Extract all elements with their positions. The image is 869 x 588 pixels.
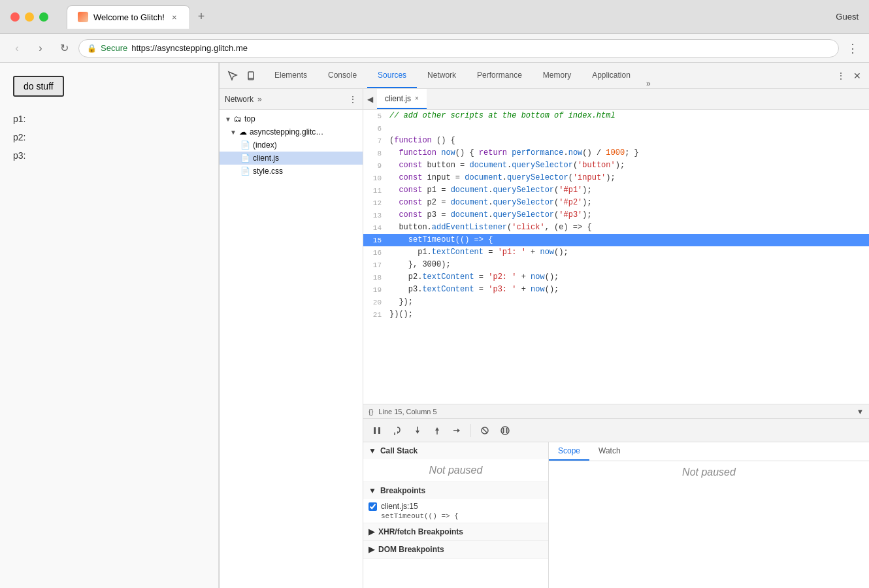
- call-stack-section: ▼ Call Stack Not paused: [363, 442, 548, 482]
- chevron-down-icon: ▼: [225, 116, 231, 123]
- code-line-17: 17 }, 3000);: [363, 259, 869, 271]
- file-tree-item-index[interactable]: 📄 (index): [220, 139, 363, 152]
- code-line-12: 12 const p2 = document.querySelector('#p…: [363, 197, 869, 209]
- tab-elements[interactable]: Elements: [264, 63, 318, 88]
- secure-text: Secure: [101, 43, 127, 53]
- call-stack-arrow: ▼: [369, 446, 376, 455]
- back-button[interactable]: ‹: [8, 39, 26, 57]
- svg-marker-7: [416, 431, 419, 434]
- breakpoint-info: client.js:15 setTimeout(() => {: [381, 502, 459, 520]
- p1-label: p1:: [13, 110, 205, 128]
- code-tab-clientjs[interactable]: client.js ×: [377, 89, 427, 109]
- network-label: Network: [225, 95, 254, 104]
- code-line-11: 11 const p1 = document.querySelector('#p…: [363, 184, 869, 197]
- format-icon[interactable]: {}: [369, 408, 373, 416]
- code-line-8: 8 function now() { return performance.no…: [363, 147, 869, 159]
- left-debugger: ▼ Call Stack Not paused ▼ Breakpoints: [363, 442, 549, 588]
- page-paragraphs: p1: p2: p3:: [13, 110, 205, 165]
- reload-button[interactable]: ↻: [55, 39, 73, 57]
- scope-tab[interactable]: Scope: [549, 442, 589, 461]
- inspect-element-icon[interactable]: [225, 68, 240, 84]
- index-file-label: (index): [253, 140, 277, 150]
- device-toolbar-icon[interactable]: [243, 68, 259, 84]
- file-tree-item-clientjs[interactable]: 📄 client.js: [220, 152, 363, 165]
- tab-network[interactable]: Network: [417, 63, 467, 88]
- forward-button[interactable]: ›: [31, 39, 50, 57]
- step-over-button[interactable]: [388, 423, 406, 438]
- tab-memory[interactable]: Memory: [533, 63, 582, 88]
- file-tree-item-top[interactable]: ▼ 🗂 top: [220, 112, 363, 125]
- code-panel: ◀ client.js × 5 // add other scripts at …: [363, 89, 869, 588]
- do-stuff-button[interactable]: do stuff: [13, 76, 64, 97]
- devtools-menu-icon[interactable]: ⋮: [834, 68, 848, 84]
- watch-tab[interactable]: Watch: [589, 442, 630, 461]
- browser-more-button[interactable]: ⋮: [844, 39, 861, 58]
- chevron-down-icon-2: ▼: [230, 129, 237, 136]
- code-statusbar: {} Line 15, Column 5 ▼: [363, 404, 869, 418]
- more-tabs-button[interactable]: »: [641, 79, 656, 88]
- file-html-icon: 📄: [240, 140, 250, 150]
- svg-rect-2: [374, 427, 376, 434]
- file-panel-header: Network » ⋮: [220, 89, 363, 110]
- tab-application[interactable]: Application: [582, 63, 641, 88]
- file-panel-menu[interactable]: ⋮: [348, 94, 357, 105]
- close-window-button[interactable]: [10, 12, 20, 22]
- browser-tab[interactable]: Welcome to Glitch! ×: [67, 5, 190, 29]
- code-tabs: ◀ client.js ×: [363, 89, 869, 110]
- maximize-window-button[interactable]: [39, 12, 48, 22]
- main-layout: do stuff p1: p2: p3: Elements: [0, 63, 869, 588]
- file-tree-item-stylecss[interactable]: 📄 style.css: [220, 165, 363, 178]
- p3-label: p3:: [13, 146, 205, 165]
- code-editor[interactable]: 5 // add other scripts at the bottom of …: [363, 110, 869, 404]
- code-line-21: 21 })();: [363, 308, 869, 321]
- title-bar: Welcome to Glitch! × + Guest: [0, 0, 869, 34]
- file-css-icon: 📄: [240, 167, 250, 176]
- top-label: top: [244, 114, 255, 123]
- p2-label: p2:: [13, 128, 205, 146]
- breakpoint-item-1: client.js:15 setTimeout(() => {: [363, 499, 548, 523]
- file-tree-item-origin[interactable]: ▼ ☁ asyncstepping.glitc…: [220, 125, 363, 139]
- step-button[interactable]: [448, 423, 465, 438]
- dom-arrow: ▶: [369, 545, 374, 554]
- breakpoint-checkbox[interactable]: [369, 502, 377, 511]
- file-js-icon: 📄: [240, 154, 250, 163]
- step-into-button[interactable]: [409, 423, 426, 438]
- address-input[interactable]: 🔒 Secure https://asyncstepping.glitch.me: [78, 39, 839, 57]
- code-line-7: 7 (function () {: [363, 135, 869, 147]
- breakpoints-header[interactable]: ▼ Breakpoints: [363, 482, 548, 499]
- call-stack-header[interactable]: ▼ Call Stack: [363, 442, 548, 459]
- step-out-button[interactable]: [429, 423, 446, 438]
- svg-marker-9: [435, 427, 439, 431]
- devtools-close-button[interactable]: ✕: [851, 68, 864, 84]
- pause-resume-button[interactable]: [369, 423, 385, 438]
- minimize-window-button[interactable]: [25, 12, 34, 22]
- tab-console[interactable]: Console: [318, 63, 367, 88]
- file-tree: ▼ 🗂 top ▼ ☁ asyncstepping.glitc… 📄 (inde…: [220, 110, 363, 588]
- file-panel: Network » ⋮ ▼ 🗂 top ▼ ☁ asyncstepp: [220, 89, 363, 588]
- code-tab-label: client.js: [385, 94, 411, 103]
- devtools-main: Network » ⋮ ▼ 🗂 top ▼ ☁ asyncstepp: [220, 89, 869, 588]
- tab-sources[interactable]: Sources: [367, 63, 417, 88]
- statusbar-dropdown[interactable]: ▼: [857, 408, 864, 416]
- secure-icon: 🔒: [87, 44, 97, 53]
- deactivate-breakpoints-button[interactable]: [476, 423, 493, 438]
- tab-close-button[interactable]: ×: [170, 12, 179, 22]
- xhr-breakpoints-header[interactable]: ▶ XHR/fetch Breakpoints: [363, 523, 548, 540]
- tab-performance[interactable]: Performance: [467, 63, 533, 88]
- devtools-topbar: Elements Console Sources Network Perform…: [220, 63, 869, 89]
- page-content: do stuff p1: p2: p3:: [0, 63, 219, 588]
- dom-breakpoints-section: ▶ DOM Breakpoints: [363, 541, 548, 559]
- devtools-panel: Elements Console Sources Network Perform…: [219, 63, 869, 588]
- new-tab-button[interactable]: +: [190, 6, 213, 27]
- more-sources-button[interactable]: »: [256, 93, 263, 105]
- debugger-divider: [470, 424, 471, 437]
- breakpoints-arrow: ▼: [369, 486, 376, 495]
- code-tab-close[interactable]: ×: [415, 95, 419, 102]
- code-line-6: 6: [363, 122, 869, 135]
- dom-breakpoints-label: DOM Breakpoints: [378, 545, 444, 554]
- async-button[interactable]: [496, 423, 514, 438]
- code-nav-back[interactable]: ◀: [363, 92, 377, 106]
- dom-breakpoints-header[interactable]: ▶ DOM Breakpoints: [363, 541, 548, 558]
- tab-favicon: [78, 12, 88, 22]
- debugger-panels: ▼ Call Stack Not paused ▼ Breakpoints: [363, 442, 869, 588]
